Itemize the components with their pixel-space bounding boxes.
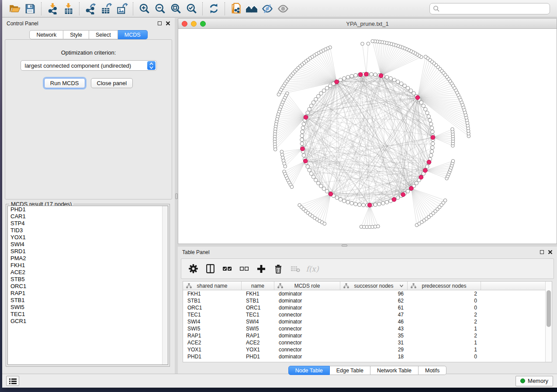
split-panel-button[interactable] — [204, 262, 217, 275]
table-cell[interactable]: SWI4 — [242, 318, 274, 325]
splitter-grip[interactable] — [175, 193, 178, 199]
select-all-button[interactable] — [221, 262, 234, 275]
network-document-button[interactable] — [228, 1, 244, 16]
tab-select[interactable]: Select — [89, 30, 118, 39]
table-cell[interactable]: 2 — [408, 290, 481, 297]
column-header-successor-nodes[interactable]: successor nodes — [340, 282, 408, 290]
export-table-button[interactable] — [98, 1, 114, 16]
table-cell[interactable]: 96 — [340, 290, 408, 297]
mcds-result-item[interactable]: TEC1 — [8, 311, 168, 318]
table-row[interactable]: STB1STB1dominator620 — [183, 297, 552, 304]
mcds-result-item[interactable]: STB1 — [8, 297, 168, 304]
table-row[interactable]: YOX1YOX1connector291 — [183, 346, 552, 353]
tab-style[interactable]: Style — [63, 30, 89, 39]
tab-motifs[interactable]: Motifs — [419, 366, 446, 375]
mcds-result-item[interactable]: STP4 — [8, 220, 168, 227]
table-cell[interactable]: 2 — [408, 311, 481, 318]
mcds-result-item[interactable]: FKH1 — [8, 262, 168, 269]
mcds-result-item[interactable]: PHD1 — [8, 206, 168, 213]
mcds-result-item[interactable]: STB5 — [8, 276, 168, 283]
hide-details-button[interactable] — [259, 1, 275, 16]
network-graph[interactable] — [178, 29, 557, 244]
table-cell[interactable]: 62 — [340, 297, 408, 304]
table-row[interactable]: ACE2ACE2connector311 — [183, 339, 552, 346]
table-cell[interactable]: 1 — [408, 339, 481, 346]
column-header-name[interactable]: name — [242, 282, 274, 290]
settings-gear-button[interactable] — [187, 262, 200, 275]
table-cell[interactable]: SWI4 — [183, 318, 242, 325]
close-panel-button[interactable]: Close panel — [91, 78, 133, 88]
mcds-result-item[interactable]: ORC1 — [8, 283, 168, 290]
table-cell[interactable]: 2 — [408, 318, 481, 325]
table-cell[interactable]: connector — [274, 346, 340, 353]
table-cell[interactable]: dominator — [274, 297, 340, 304]
import-network-button[interactable] — [45, 1, 60, 16]
export-image-button[interactable] — [114, 1, 130, 16]
table-cell[interactable]: 46 — [340, 318, 408, 325]
zoom-fit-button[interactable] — [168, 1, 183, 16]
table-row[interactable]: ORC1ORC1dominator610 — [183, 304, 552, 311]
table-cell[interactable]: STB1 — [242, 297, 274, 304]
table-cell[interactable]: connector — [274, 325, 340, 332]
table-cell[interactable]: 18 — [340, 353, 408, 360]
table-cell[interactable]: ACE2 — [183, 339, 242, 346]
table-cell[interactable]: 1 — [408, 325, 481, 332]
zoom-in-button[interactable] — [136, 1, 152, 16]
export-network-button[interactable] — [83, 1, 98, 16]
table-cell[interactable]: SWI5 — [242, 325, 274, 332]
table-cell[interactable]: dominator — [274, 290, 340, 297]
float-panel-icon[interactable] — [158, 21, 162, 25]
table-cell[interactable]: dominator — [274, 304, 340, 311]
table-cell[interactable]: SWI5 — [183, 325, 242, 332]
delete-entry-button[interactable] — [272, 262, 285, 275]
run-mcds-button[interactable]: Run MCDS — [44, 78, 85, 88]
table-cell[interactable]: ORC1 — [242, 304, 274, 311]
tab-network-table[interactable]: Network Table — [370, 366, 419, 375]
table-cell[interactable]: TEC1 — [242, 311, 274, 318]
mcds-result-item[interactable]: TID3 — [8, 227, 168, 234]
column-header-mcds-role[interactable]: MCDS role — [274, 282, 340, 290]
table-cell[interactable]: 2 — [408, 332, 481, 339]
task-history-button[interactable] — [6, 376, 19, 386]
table-scrollbar-thumb[interactable] — [547, 290, 551, 327]
panel-splitter-vertical[interactable] — [175, 18, 178, 374]
table-cell[interactable]: 61 — [340, 304, 408, 311]
show-details-button[interactable] — [275, 1, 291, 16]
import-table-button[interactable] — [60, 1, 76, 16]
mcds-result-list[interactable]: PHD1CAR1STP4TID3YOX1SWI4SRD1PMA2FKH1ACE2… — [7, 206, 168, 365]
refresh-view-button[interactable] — [206, 1, 221, 16]
mcds-result-item[interactable]: SWI5 — [8, 304, 168, 311]
zoom-out-button[interactable] — [152, 1, 168, 16]
close-panel-icon[interactable] — [548, 250, 553, 254]
clear-selection-button[interactable] — [238, 262, 251, 275]
table-cell[interactable]: TEC1 — [183, 311, 242, 318]
houses-button[interactable] — [244, 1, 259, 16]
search-box[interactable] — [429, 3, 550, 14]
table-cell[interactable]: PHD1 — [183, 353, 242, 360]
tab-node-table[interactable]: Node Table — [288, 366, 330, 375]
table-cell[interactable]: 31 — [340, 339, 408, 346]
table-cell[interactable]: 29 — [340, 346, 408, 353]
mcds-result-item[interactable]: RAP1 — [8, 290, 168, 297]
float-panel-icon[interactable] — [540, 250, 544, 254]
mcds-result-item[interactable]: GCR1 — [8, 318, 168, 325]
table-cell[interactable]: 0 — [408, 353, 481, 360]
table-scrollbar[interactable] — [545, 282, 552, 362]
table-row[interactable]: SWI4SWI4dominator462 — [183, 318, 552, 325]
close-panel-icon[interactable] — [166, 21, 170, 26]
zoom-selected-button[interactable] — [183, 1, 199, 16]
tab-mcds[interactable]: MCDS — [118, 30, 148, 39]
table-row[interactable]: PHD1PHD1dominator180 — [183, 353, 552, 360]
table-cell[interactable]: ACE2 — [242, 339, 274, 346]
splitter-grip[interactable] — [342, 244, 347, 247]
save-session-button[interactable] — [22, 1, 38, 16]
table-cell[interactable]: connector — [274, 311, 340, 318]
table-cell[interactable]: ORC1 — [183, 304, 242, 311]
mcds-result-item[interactable]: YOX1 — [8, 234, 168, 241]
tab-edge-table[interactable]: Edge Table — [330, 366, 370, 375]
table-cell[interactable]: 35 — [340, 332, 408, 339]
mcds-result-item[interactable]: PMA2 — [8, 255, 168, 262]
memory-button[interactable]: Memory — [515, 376, 553, 386]
table-cell[interactable]: 43 — [340, 325, 408, 332]
table-cell[interactable]: dominator — [274, 332, 340, 339]
